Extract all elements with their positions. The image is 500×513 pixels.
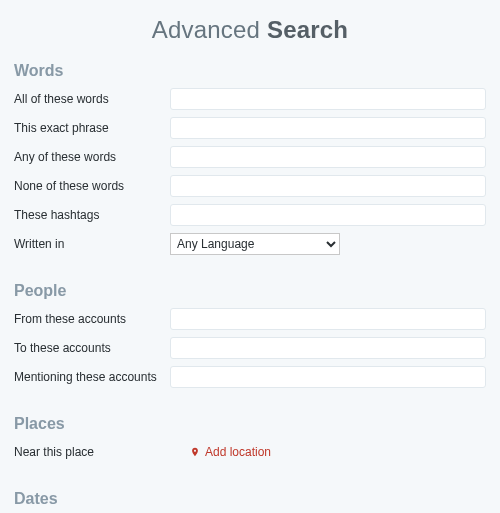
label-exact-phrase: This exact phrase (14, 121, 170, 135)
title-prefix: Advanced (152, 16, 267, 43)
control-language: Any Language (170, 233, 486, 255)
control-to-accounts (170, 337, 486, 359)
row-all-words: All of these words (14, 88, 486, 110)
add-location-button[interactable]: Add location (190, 445, 271, 459)
row-exact-phrase: This exact phrase (14, 117, 486, 139)
control-all-words (170, 88, 486, 110)
row-none-words: None of these words (14, 175, 486, 197)
control-any-words (170, 146, 486, 168)
select-language[interactable]: Any Language (170, 233, 340, 255)
label-any-words: Any of these words (14, 150, 170, 164)
row-near-place: Near this place Add location (14, 441, 486, 463)
label-language: Written in (14, 237, 170, 251)
label-all-words: All of these words (14, 92, 170, 106)
control-hashtags (170, 204, 486, 226)
label-mentioning-accounts: Mentioning these accounts (14, 370, 170, 384)
section-people-heading: People (14, 282, 486, 300)
input-any-words[interactable] (170, 146, 486, 168)
input-exact-phrase[interactable] (170, 117, 486, 139)
row-mentioning-accounts: Mentioning these accounts (14, 366, 486, 388)
label-hashtags: These hashtags (14, 208, 170, 222)
advanced-search-page: Advanced Search Words All of these words… (0, 0, 500, 513)
input-none-words[interactable] (170, 175, 486, 197)
row-hashtags: These hashtags (14, 204, 486, 226)
row-to-accounts: To these accounts (14, 337, 486, 359)
map-pin-icon (190, 445, 200, 459)
section-places-heading: Places (14, 415, 486, 433)
section-words-heading: Words (14, 62, 486, 80)
input-from-accounts[interactable] (170, 308, 486, 330)
input-mentioning-accounts[interactable] (170, 366, 486, 388)
section-dates-heading: Dates (14, 490, 486, 508)
control-near-place: Add location (170, 445, 486, 459)
row-language: Written in Any Language (14, 233, 486, 255)
control-none-words (170, 175, 486, 197)
control-exact-phrase (170, 117, 486, 139)
label-near-place: Near this place (14, 445, 170, 459)
label-to-accounts: To these accounts (14, 341, 170, 355)
control-from-accounts (170, 308, 486, 330)
add-location-label: Add location (205, 445, 271, 459)
row-any-words: Any of these words (14, 146, 486, 168)
input-to-accounts[interactable] (170, 337, 486, 359)
row-from-accounts: From these accounts (14, 308, 486, 330)
title-bold: Search (267, 16, 348, 43)
label-none-words: None of these words (14, 179, 170, 193)
control-mentioning-accounts (170, 366, 486, 388)
input-hashtags[interactable] (170, 204, 486, 226)
page-title: Advanced Search (14, 16, 486, 44)
label-from-accounts: From these accounts (14, 312, 170, 326)
input-all-words[interactable] (170, 88, 486, 110)
